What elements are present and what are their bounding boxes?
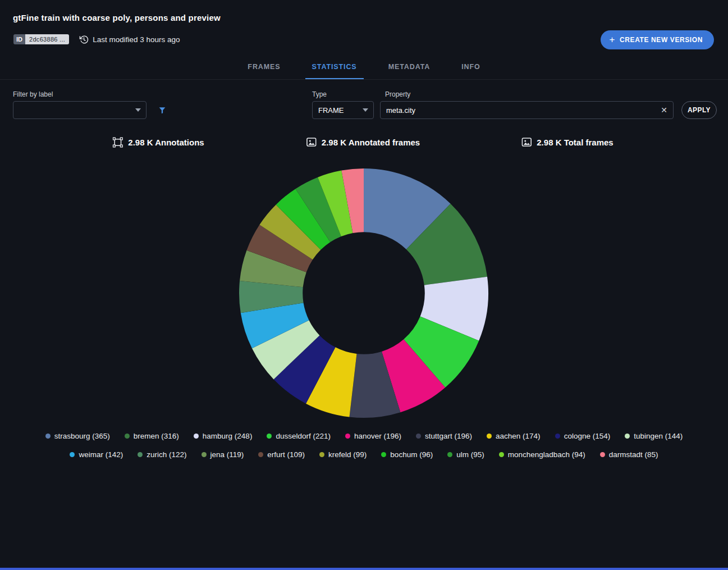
legend-label: ulm (95) (456, 450, 484, 459)
legend-row-2: weimar (142)zurich (122)jena (119)erfurt… (0, 450, 728, 459)
filter-by-label-label: Filter by label (13, 90, 53, 98)
legend-dot (487, 434, 492, 439)
legend-label: krefeld (99) (328, 450, 367, 459)
type-select-value: FRAME (318, 106, 344, 115)
legend-item-jena[interactable]: jena (119) (202, 450, 244, 459)
type-label: Type (312, 90, 327, 98)
legend-label: tubingen (144) (634, 432, 683, 440)
legend-item-krefeld[interactable]: krefeld (99) (319, 450, 367, 459)
legend-dot (45, 434, 51, 439)
id-badge-value: 2dc63886 ... (25, 34, 69, 44)
legend-item-strasbourg[interactable]: strasbourg (365) (45, 432, 110, 440)
legend-dot (202, 452, 207, 457)
legend-dot (138, 452, 143, 457)
legend-label: strasbourg (365) (54, 432, 110, 440)
legend-dot (125, 434, 130, 439)
history-icon (79, 35, 89, 44)
legend-label: weimar (142) (79, 450, 123, 459)
legend-label: monchengladbach (94) (508, 450, 585, 459)
legend-label: erfurt (109) (267, 450, 305, 459)
property-label: Property (385, 90, 410, 98)
bottom-accent-bar (0, 568, 728, 570)
id-badge-key: ID (13, 34, 25, 44)
legend-dot (70, 452, 75, 457)
legend-dot (447, 452, 452, 457)
legend-label: aachen (174) (496, 432, 541, 440)
stat-label: 2.98 K Annotations (128, 138, 204, 147)
dataset-title: gtFine train with coarse poly, persons a… (13, 13, 221, 22)
legend-label: bremen (316) (134, 432, 179, 440)
legend-label: hamburg (248) (203, 432, 253, 440)
legend-item-ulm[interactable]: ulm (95) (447, 450, 484, 459)
apply-button[interactable]: APPLY (681, 101, 717, 119)
create-new-version-button[interactable]: + CREATE NEW VERSION (601, 30, 714, 49)
type-select[interactable]: FRAME (312, 101, 374, 119)
legend-item-bochum[interactable]: bochum (96) (381, 450, 433, 459)
stat-label: 2.98 K Annotated frames (322, 138, 420, 147)
legend-item-erfurt[interactable]: erfurt (109) (258, 450, 305, 459)
donut-chart (235, 164, 493, 422)
stat-annotated-frames: 2.98 K Annotated frames (306, 137, 420, 147)
chevron-down-icon (135, 108, 141, 112)
plus-icon: + (610, 35, 616, 44)
chevron-down-icon (363, 108, 368, 112)
last-modified-text: Last modified 3 hours ago (93, 35, 180, 44)
legend-item-dusseldorf[interactable]: dusseldorf (221) (267, 432, 331, 440)
create-new-version-label: CREATE NEW VERSION (620, 36, 703, 44)
legend-label: dusseldorf (221) (276, 432, 331, 440)
legend-row-1: strasbourg (365)bremen (316)hamburg (248… (0, 432, 728, 440)
legend-item-bremen[interactable]: bremen (316) (125, 432, 179, 440)
stat-total-frames: 2.98 K Total frames (521, 137, 613, 147)
legend-item-darmstadt[interactable]: darmstadt (85) (600, 450, 658, 459)
property-field: ✕ (380, 101, 674, 119)
legend-dot (555, 434, 560, 439)
tabs: FRAMESSTATISTICSMETADATAINFO (0, 56, 728, 80)
legend-item-stuttgart[interactable]: stuttgart (196) (416, 432, 472, 440)
legend-dot (499, 452, 504, 457)
legend-dot (416, 434, 421, 439)
tab-statistics[interactable]: STATISTICS (305, 63, 364, 79)
legend-label: bochum (96) (390, 450, 433, 459)
frames-icon (521, 137, 532, 147)
last-modified: Last modified 3 hours ago (79, 35, 180, 44)
filter-icon[interactable] (158, 106, 167, 115)
legend-item-weimar[interactable]: weimar (142) (70, 450, 123, 459)
legend-dot (625, 434, 630, 439)
legend-item-cologne[interactable]: cologne (154) (555, 432, 611, 440)
legend-item-hamburg[interactable]: hamburg (248) (194, 432, 253, 440)
legend-dot (381, 452, 386, 457)
tab-frames[interactable]: FRAMES (241, 63, 287, 79)
stat-annotations: 2.98 K Annotations (112, 137, 204, 148)
stat-label: 2.98 K Total frames (537, 138, 613, 147)
legend-label: jena (119) (210, 450, 244, 459)
legend-item-aachen[interactable]: aachen (174) (487, 432, 541, 440)
legend-item-monchengladbach[interactable]: monchengladbach (94) (499, 450, 585, 459)
property-input[interactable] (381, 102, 673, 118)
id-badge[interactable]: ID 2dc63886 ... (13, 34, 69, 44)
legend-item-hanover[interactable]: hanover (196) (345, 432, 401, 440)
tab-info[interactable]: INFO (455, 63, 487, 79)
legend-item-tubingen[interactable]: tubingen (144) (625, 432, 683, 440)
legend-label: stuttgart (196) (425, 432, 472, 440)
legend-label: hanover (196) (354, 432, 401, 440)
legend-dot (600, 452, 605, 457)
legend-dot (267, 434, 272, 439)
legend-label: darmstadt (85) (609, 450, 658, 459)
legend-dot (345, 434, 350, 439)
legend-dot (194, 434, 199, 439)
legend-item-zurich[interactable]: zurich (122) (138, 450, 186, 459)
tab-metadata[interactable]: METADATA (382, 63, 437, 79)
legend-label: cologne (154) (564, 432, 611, 440)
legend-dot (258, 452, 263, 457)
frames-icon (306, 137, 317, 147)
annotations-icon (112, 137, 123, 148)
clear-icon[interactable]: ✕ (660, 105, 669, 115)
label-filter-select[interactable] (13, 101, 146, 119)
dataset-meta: ID 2dc63886 ... Last modified 3 hours ag… (13, 34, 180, 44)
legend-label: zurich (122) (146, 450, 186, 459)
legend-dot (319, 452, 324, 457)
